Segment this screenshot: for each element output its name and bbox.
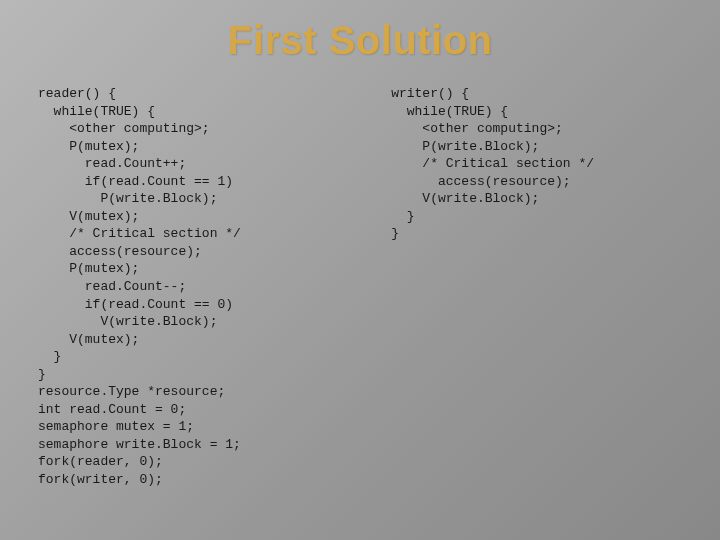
reader-code-block: reader() { while(TRUE) { <other computin… [38, 85, 361, 489]
writer-code-block: writer() { while(TRUE) { <other computin… [391, 85, 682, 489]
code-columns: reader() { while(TRUE) { <other computin… [0, 63, 720, 489]
slide-title: First Solution [0, 0, 720, 63]
